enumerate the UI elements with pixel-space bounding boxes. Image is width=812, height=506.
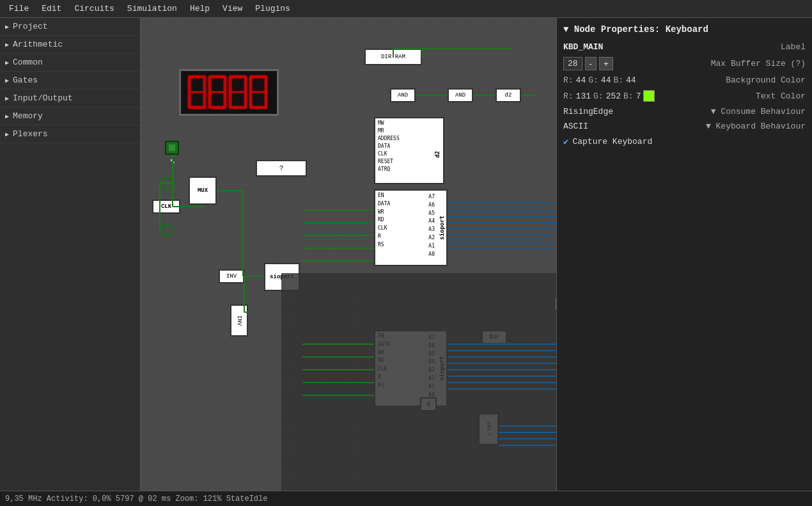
dark-panel — [281, 273, 556, 491]
inv-component[interactable]: INV — [230, 304, 248, 336]
bg-r-label: R: — [563, 75, 574, 85]
arrow-icon: ▶ — [5, 77, 9, 84]
keyboard-label[interactable]: ▼ Keyboard Behaviour — [706, 122, 806, 131]
capture-label[interactable]: Capture Keyboard — [572, 137, 652, 146]
sidebar-item-common[interactable]: ▶ Common — [0, 54, 140, 72]
clk-component[interactable]: CLK — [152, 200, 180, 214]
arrow-icon: ▶ — [5, 41, 9, 49]
splt-top-component[interactable]: AND — [390, 88, 416, 102]
sidebar-item-memory[interactable]: ▶ Memory — [0, 107, 140, 125]
bg-b-value: 44 — [626, 75, 636, 85]
text-b-value: 7 — [636, 91, 641, 101]
arrow-icon: ▶ — [5, 113, 9, 120]
menu-file[interactable]: File — [3, 3, 35, 15]
text-r-value: 131 — [576, 91, 591, 101]
splt-left-component[interactable]: INV — [219, 269, 244, 283]
menu-circuits[interactable]: Circuits — [68, 3, 120, 15]
input-circle-1 — [160, 177, 173, 189]
capture-row: ✔ Capture Keyboard — [563, 136, 806, 147]
seven-seg-svg — [187, 75, 270, 110]
and2-component[interactable]: d2 — [496, 88, 521, 102]
canvas-area[interactable]: ↖ CLK DIR RAM AND AND d2 d2 MW — [141, 18, 556, 491]
menu-help[interactable]: Help — [183, 3, 216, 15]
cursor-icon: ↖ — [170, 155, 175, 166]
d2-component[interactable]: d2 MW MR ADDRESS DATA CLK RESET ATRQ — [374, 117, 444, 184]
component-name: KBD_MAIN — [563, 42, 603, 52]
consume-row: RisingEdge ▼ Consume Behaviour — [563, 107, 806, 116]
and1-component[interactable]: AND — [448, 88, 473, 102]
buffer-label: Max Buffer Size (?) — [711, 59, 806, 68]
question-component[interactable]: ? — [256, 160, 307, 177]
bgcolor-label: Background Color — [726, 75, 806, 85]
sidebar-item-gates[interactable]: ▶ Gates — [0, 72, 140, 90]
keyboard-indicator — [165, 141, 179, 155]
mux-component[interactable]: MUX — [189, 177, 217, 205]
bg-b-label: B: — [613, 75, 623, 85]
buffer-plus-button[interactable]: + — [599, 57, 613, 70]
sidebar-item-arithmetic[interactable]: ▶ Arithmetic — [0, 36, 140, 54]
capture-checkmark: ✔ — [563, 136, 568, 147]
keyboard-value: ASCII — [563, 122, 588, 131]
text-g-label: G: — [593, 91, 604, 101]
text-g-value: 252 — [606, 91, 621, 101]
sidebar: ▶ Project ▶ Arithmetic ▶ Common ▶ Gates … — [0, 18, 141, 491]
properties-panel: ▼ Node Properties: Keyboard KBD_MAIN Lab… — [556, 18, 812, 491]
arrow-icon: ▶ — [5, 95, 9, 102]
status-text: 9,35 MHz Activity: 0,0% 5797 @ 02 ms Zoo… — [5, 494, 267, 503]
sidebar-item-project[interactable]: ▶ Project — [0, 18, 140, 36]
text-b-label: B: — [623, 91, 634, 101]
menubar: File Edit Circuits Simulation Help View … — [0, 0, 812, 18]
arrow-icon: ▶ — [5, 23, 9, 31]
keyboard-row: ASCII ▼ Keyboard Behaviour — [563, 122, 806, 131]
textcolor-row: R: 131 G: 252 B: 7 Text Color — [563, 90, 806, 102]
buffer-value: 28 — [563, 57, 582, 70]
bg-g-value: 44 — [601, 75, 611, 85]
name-row: KBD_MAIN Label — [563, 42, 806, 52]
dir-ram-component[interactable]: DIR RAM — [364, 49, 422, 65]
menu-simulation[interactable]: Simulation — [121, 3, 183, 15]
arrow-icon: ▶ — [5, 59, 9, 67]
arrow-icon: ▶ — [5, 130, 9, 138]
menu-plugins[interactable]: Plugins — [249, 3, 297, 15]
bg-r-value: 44 — [576, 75, 586, 85]
seven-segment-display — [179, 69, 279, 116]
sidebar-item-plexers[interactable]: ▶ Plexers — [0, 125, 140, 143]
consume-value: RisingEdge — [563, 107, 613, 116]
label-value: Label — [781, 42, 806, 52]
menu-view[interactable]: View — [216, 3, 249, 15]
sidebar-item-inputoutput[interactable]: ▶ Input/Output — [0, 90, 140, 107]
buffer-minus-button[interactable]: - — [585, 57, 597, 70]
input-circle-2 — [160, 224, 173, 237]
text-r-label: R: — [563, 91, 574, 101]
consume-label[interactable]: ▼ Consume Behaviour — [711, 107, 806, 116]
bgcolor-row: R: 44 G: 44 B: 44 Background Color — [563, 75, 806, 85]
statusbar: 9,35 MHz Activity: 0,0% 5797 @ 02 ms Zoo… — [0, 491, 812, 506]
buffer-row: 28 - + Max Buffer Size (?) — [563, 57, 806, 70]
bg-g-label: G: — [588, 75, 598, 85]
menu-edit[interactable]: Edit — [35, 3, 68, 15]
text-color-swatch[interactable] — [643, 90, 655, 102]
textcolor-label: Text Color — [756, 91, 806, 101]
sioport1-component[interactable]: sioport EN DATA WR RD CLK R RS A7 A6 A5 … — [374, 189, 448, 266]
properties-title: ▼ Node Properties: Keyboard — [563, 24, 806, 35]
